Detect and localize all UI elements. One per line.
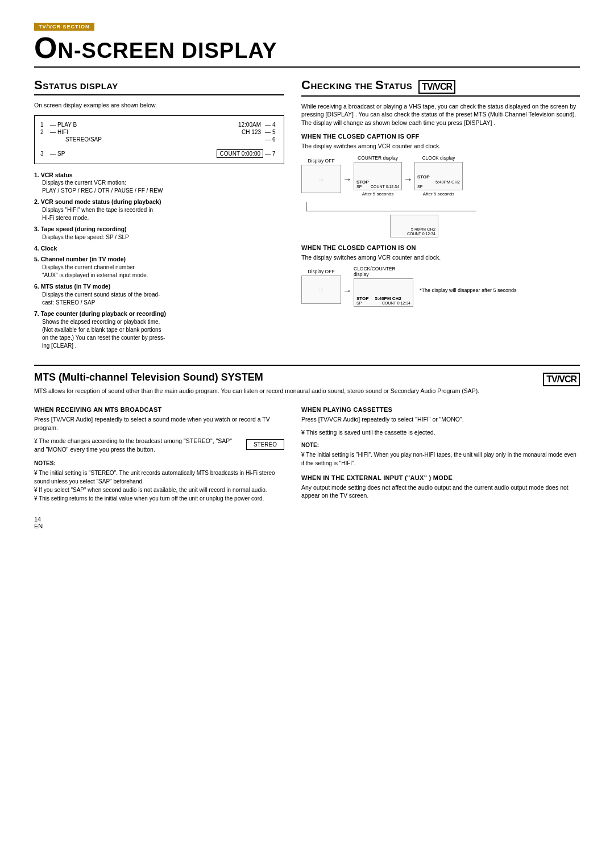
caption-off-desc: The display switches among VCR counter a… <box>301 142 580 151</box>
status-diagram: 1 — PLAY B 12:00AM — 4 2 — HIFI CH 123 —… <box>34 115 284 164</box>
receiving-notes: NOTES: ¥ The initial setting is "STEREO"… <box>34 459 284 503</box>
external-text: Any output mode setting does not affect … <box>301 483 580 500</box>
checking-status-title: CHECKING THE STATUS TV/VCR <box>301 78 580 97</box>
cassettes-text: Press [TV/VCR Audio] repeatedly to selec… <box>301 415 580 424</box>
page-title: ON-SCREEN DISPLAY <box>34 33 580 68</box>
external-heading: WHEN IN THE EXTERNAL INPUT ("AUX" ) MODE <box>301 474 580 481</box>
status-intro: On screen display examples are shown bel… <box>34 101 284 110</box>
receiving-yen: ¥ The mode changes according to the broa… <box>34 437 239 455</box>
mts-intro: MTS allows for reception of sound other … <box>34 387 580 395</box>
mts-section: MTS (Multi-channel Television Sound) SYS… <box>34 365 580 505</box>
mts-receiving-section: WHEN RECEIVING AN MTS BROADCAST Press [T… <box>34 400 284 504</box>
cassettes-note: NOTE: ¥ The initial setting is "HIFI". W… <box>301 441 580 468</box>
status-display-title: SSTATUS DISPLAY <box>34 78 284 95</box>
status-display-section: SSTATUS DISPLAY On screen display exampl… <box>34 78 284 354</box>
mts-title: MTS (Multi-channel Television Sound) SYS… <box>34 372 263 383</box>
stereo-box: STEREO <box>246 439 284 450</box>
cassettes-heading: WHEN PLAYING CASSETTES <box>301 406 580 413</box>
status-items-list: 1. VCR status Displays the current VCR m… <box>34 171 284 350</box>
section-tag: TV/VCR SECTION <box>34 23 580 33</box>
caption-on-desc: The display switches among VCR counter a… <box>301 253 580 262</box>
page-number: 14EN <box>34 516 580 529</box>
receiving-heading: WHEN RECEIVING AN MTS BROADCAST <box>34 406 284 413</box>
receiving-text: Press [TV/VCR Audio] repeatedly to selec… <box>34 415 284 432</box>
caption-on-note: *The display will disappear after 5 seco… <box>420 287 517 293</box>
caption-off-heading: WHEN THE CLOSED CAPTION IS OFF <box>301 133 580 140</box>
cassettes-yen: ¥ This setting is saved until the casset… <box>301 428 580 437</box>
caption-off-flow: Display OFF □ → COUNTER display STOP SP … <box>301 155 580 197</box>
tvvcr-logo-right: TV/VCR <box>418 80 455 94</box>
checking-status-section: CHECKING THE STATUS TV/VCR While receivi… <box>301 78 580 354</box>
tvvcr-logo-mts: TV/VCR <box>543 373 580 386</box>
caption-on-flow: Display OFF □ → CLOCK/COUNTER display ST… <box>301 266 580 307</box>
mts-right-section: WHEN PLAYING CASSETTES Press [TV/VCR Aud… <box>301 400 580 504</box>
caption-on-heading: WHEN THE CLOSED CAPTION IS ON <box>301 244 580 251</box>
checking-intro: While receiving a broadcast or playing a… <box>301 102 580 127</box>
